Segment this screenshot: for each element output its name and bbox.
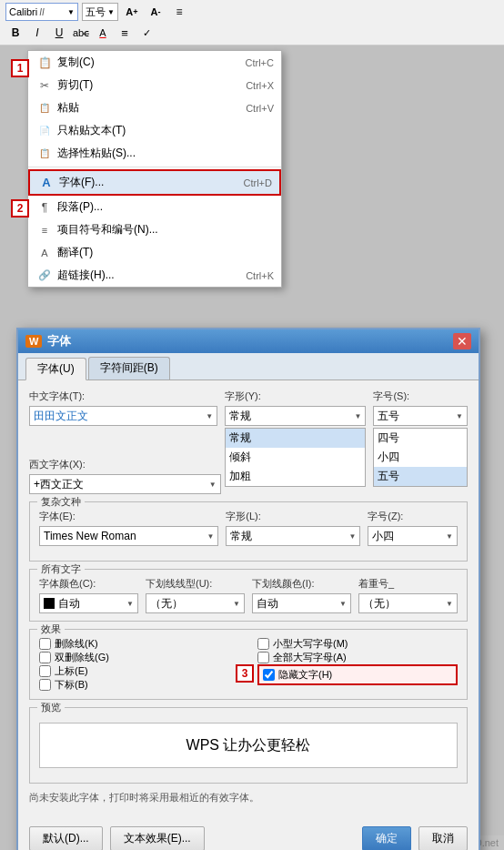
effect-superscript[interactable]: 上标(E) bbox=[39, 664, 239, 678]
effect-subscript[interactable]: 下标(B) bbox=[39, 678, 239, 692]
effect-hidden-check[interactable] bbox=[263, 669, 275, 681]
menu-item-hyperlink[interactable]: 🔗 超链接(H)... Ctrl+K bbox=[28, 264, 281, 287]
cn-style-list[interactable]: 常规 倾斜 加粗 bbox=[225, 428, 366, 487]
menu-item-font[interactable]: A 字体(F)... Ctrl+D bbox=[28, 169, 281, 196]
style-list-item-regular[interactable]: 常规 bbox=[226, 429, 365, 448]
mixed-font-select[interactable]: Times New Roman bbox=[39, 526, 218, 546]
tab-char-spacing[interactable]: 字符间距(B) bbox=[88, 357, 170, 379]
effect-double-strikethrough-check[interactable] bbox=[39, 652, 51, 663]
effect-strikethrough-label: 删除线(K) bbox=[55, 637, 98, 651]
effect-strikethrough[interactable]: 删除线(K) bbox=[39, 637, 239, 651]
size-group-cn: 字号(S): 五号 四号 小四 五号 bbox=[373, 390, 468, 487]
size-list-item-s4[interactable]: 小四 bbox=[374, 448, 467, 467]
underline-type-select[interactable]: （无） bbox=[146, 593, 245, 613]
effect-all-caps[interactable]: 全部大写字母(A) bbox=[257, 651, 458, 664]
emphasis-label: 着重号_ bbox=[358, 577, 458, 591]
cn-font-select[interactable]: 田田文正文 bbox=[29, 406, 217, 426]
bold-btn[interactable]: B bbox=[5, 24, 25, 42]
italic-btn[interactable]: I bbox=[27, 24, 47, 42]
font-color-btn[interactable]: A bbox=[93, 24, 113, 42]
western-font-group: 西文字体(X): +西文正文 bbox=[29, 458, 221, 494]
effect-small-caps[interactable]: 小型大写字母(M) bbox=[257, 637, 458, 651]
paste-text-label: 只粘贴文本(T) bbox=[57, 123, 274, 138]
translate-icon: A bbox=[35, 248, 54, 258]
align-btn[interactable]: ≡ bbox=[115, 24, 135, 42]
font-name-arrow: ▼ bbox=[67, 8, 75, 16]
bullets-icon: ≡ bbox=[35, 225, 54, 236]
menu-item-paragraph[interactable]: ¶ 段落(P)... bbox=[28, 196, 281, 218]
effect-small-caps-check[interactable] bbox=[257, 638, 269, 650]
effects-left: 删除线(K) 双删除线(G) 上标(E) 下标(B) bbox=[39, 637, 239, 692]
effect-all-caps-check[interactable] bbox=[257, 652, 269, 663]
menu-item-paste-text[interactable]: 📄 只粘贴文本(T) bbox=[28, 119, 281, 142]
menu-item-paste[interactable]: 📋 粘贴 Ctrl+V bbox=[28, 96, 281, 119]
font-name-box[interactable]: Calibri II ▼ bbox=[5, 3, 78, 21]
hyperlink-shortcut: Ctrl+K bbox=[246, 270, 274, 281]
effect-hidden[interactable]: 3 隐藏文字(H) bbox=[257, 664, 458, 685]
font-menu-icon: A bbox=[37, 176, 55, 189]
preview-text: WPS 让办公更轻松 bbox=[186, 736, 311, 755]
strikethrough-btn[interactable]: abc̶ bbox=[71, 24, 91, 42]
preview-section: 预览 WPS 让办公更轻松 bbox=[29, 707, 468, 784]
step-badge-3-inline: 3 bbox=[236, 664, 254, 683]
all-text-row: 字体颜色(C): 自动 下划线线型(U): （无） 下划线颜色(I): 自动 bbox=[39, 577, 458, 613]
more-btn[interactable]: ✓ bbox=[136, 24, 156, 42]
menu-item-translate[interactable]: A 翻译(T) bbox=[28, 241, 281, 264]
context-menu: 📋 复制(C) Ctrl+C ✂ 剪切(T) Ctrl+X 📋 粘贴 Ctrl+… bbox=[27, 50, 282, 288]
cn-size-select[interactable]: 五号 bbox=[373, 406, 468, 426]
size-list-item-4[interactable]: 四号 bbox=[374, 429, 467, 448]
effect-subscript-label: 下标(B) bbox=[55, 678, 88, 692]
tab-font[interactable]: 字体(U) bbox=[25, 358, 86, 380]
emphasis-select[interactable]: （无） bbox=[358, 593, 458, 613]
underline-type-value: （无） bbox=[150, 596, 183, 612]
toolbar-row1: Calibri II ▼ 五号 ▼ A+ A- ≡ bbox=[5, 3, 499, 21]
dialog-body: 中文字体(T): 田田文正文 字形(Y): 常规 常规 倾斜 加粗 字号(S): bbox=[18, 380, 479, 821]
format-btn[interactable]: ≡ bbox=[169, 3, 189, 21]
menu-item-cut[interactable]: ✂ 剪切(T) Ctrl+X bbox=[28, 74, 281, 96]
font-shrink-btn[interactable]: A- bbox=[146, 3, 166, 21]
mixed-style-select[interactable]: 常规 bbox=[226, 526, 360, 546]
menu-item-copy[interactable]: 📋 复制(C) Ctrl+C bbox=[28, 51, 281, 74]
western-font-label: 西文字体(X): bbox=[29, 458, 221, 471]
effect-strikethrough-check[interactable] bbox=[39, 638, 51, 650]
text-effect-btn[interactable]: 文本效果(E)... bbox=[110, 826, 205, 850]
bullets-label: 项目符号和编号(N)... bbox=[57, 222, 274, 238]
dialog-close-btn[interactable]: ✕ bbox=[453, 333, 471, 349]
font-color-select[interactable]: 自动 bbox=[39, 593, 138, 613]
dialog-footer: 默认(D)... 文本效果(E)... 确定 取消 bbox=[18, 821, 479, 850]
menu-item-bullets[interactable]: ≡ 项目符号和编号(N)... bbox=[28, 218, 281, 241]
menu-item-paste-special[interactable]: 📋 选择性粘贴(S)... bbox=[28, 142, 281, 165]
confirm-btn[interactable]: 确定 bbox=[362, 826, 411, 850]
effects-right: 小型大写字母(M) 全部大写字母(A) 3 隐藏文字(H) bbox=[257, 637, 458, 692]
dialog-title-icon: W bbox=[25, 335, 42, 348]
cn-size-value: 五号 bbox=[378, 409, 399, 424]
default-btn[interactable]: 默认(D)... bbox=[29, 826, 103, 850]
effect-double-strikethrough[interactable]: 双删除线(G) bbox=[39, 651, 239, 664]
all-text-section-title: 所有文字 bbox=[37, 562, 85, 576]
mixed-font-row: 字体(E): Times New Roman 字形(L): 常规 字号(Z): … bbox=[39, 510, 458, 546]
preview-box: WPS 让办公更轻松 bbox=[39, 723, 458, 768]
cancel-btn[interactable]: 取消 bbox=[418, 826, 468, 850]
mixed-size-select[interactable]: 小四 bbox=[368, 526, 458, 546]
cn-font-label: 中文字体(T): bbox=[29, 390, 217, 403]
mixed-font-group: 字体(E): Times New Roman bbox=[39, 510, 218, 546]
paragraph-label: 段落(P)... bbox=[57, 199, 274, 215]
mixed-style-value: 常规 bbox=[230, 529, 252, 544]
cn-size-list[interactable]: 四号 小四 五号 bbox=[373, 428, 468, 487]
style-list-item-bold[interactable]: 加粗 bbox=[226, 467, 365, 486]
cn-style-select[interactable]: 常规 bbox=[225, 406, 366, 426]
size-list-item-5[interactable]: 五号 bbox=[374, 467, 467, 486]
effect-all-caps-label: 全部大写字母(A) bbox=[273, 651, 347, 664]
effect-subscript-check[interactable] bbox=[39, 679, 51, 691]
hyperlink-icon: 🔗 bbox=[35, 269, 54, 281]
effect-superscript-check[interactable] bbox=[39, 665, 51, 677]
font-size-box[interactable]: 五号 ▼ bbox=[82, 3, 118, 21]
underline-color-select[interactable]: 自动 bbox=[252, 593, 351, 613]
style-list-item-italic[interactable]: 倾斜 bbox=[226, 448, 365, 467]
western-font-select[interactable]: +西文正文 bbox=[29, 474, 221, 494]
font-grow-btn[interactable]: A+ bbox=[122, 3, 142, 21]
dialog-title: 字体 bbox=[47, 333, 71, 349]
underline-type-col: 下划线线型(U): （无） bbox=[146, 577, 245, 613]
underline-btn[interactable]: U bbox=[49, 24, 69, 42]
hyperlink-label: 超链接(H)... bbox=[57, 268, 246, 283]
